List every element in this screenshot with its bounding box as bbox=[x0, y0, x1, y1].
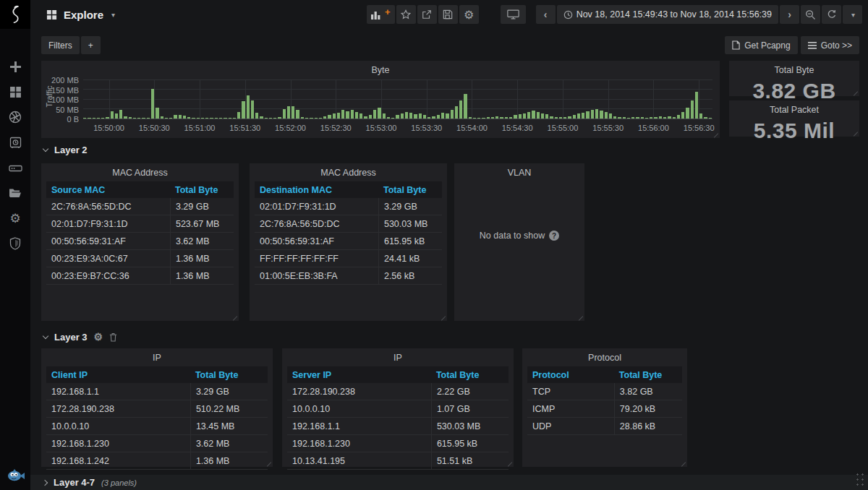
col-source-mac[interactable]: Source MAC bbox=[46, 185, 170, 195]
chart-bar[interactable] bbox=[111, 111, 114, 119]
chart-bar[interactable] bbox=[663, 117, 666, 119]
app-logo[interactable] bbox=[0, 0, 30, 29]
table-cell-link[interactable]: 192.168.1.1 bbox=[287, 421, 431, 431]
chart-bar[interactable] bbox=[224, 118, 226, 119]
chart-bar[interactable] bbox=[623, 117, 626, 119]
chart-bar[interactable] bbox=[673, 117, 676, 119]
dest-mac-panel[interactable]: MAC Address Destination MAC Total Byte 0… bbox=[250, 163, 447, 321]
chart-bar[interactable] bbox=[409, 113, 412, 119]
refresh-button[interactable] bbox=[822, 5, 841, 24]
chart-bar[interactable] bbox=[627, 118, 630, 119]
chart-bar[interactable] bbox=[541, 113, 544, 119]
chart-bar[interactable] bbox=[242, 101, 244, 119]
chart-bar[interactable] bbox=[419, 113, 422, 119]
chart-bar[interactable] bbox=[681, 112, 684, 119]
total-packet-panel[interactable]: Total Packet 5.35 Mil bbox=[729, 100, 859, 137]
chart-bar[interactable] bbox=[278, 117, 281, 119]
chart-bar[interactable] bbox=[464, 94, 467, 119]
row-delete-icon[interactable] bbox=[109, 332, 117, 342]
chart-bar[interactable] bbox=[247, 95, 250, 119]
settings-button[interactable]: ⚙ bbox=[459, 5, 479, 24]
chart-bar[interactable] bbox=[437, 115, 440, 119]
col-client-ip[interactable]: Client IP bbox=[46, 370, 190, 380]
chart-bar[interactable] bbox=[695, 92, 698, 119]
folder-icon[interactable] bbox=[8, 186, 22, 200]
chart-bar[interactable] bbox=[523, 113, 526, 119]
chart-bar[interactable] bbox=[369, 115, 372, 119]
chart-bar[interactable] bbox=[355, 112, 358, 119]
help-icon[interactable]: ? bbox=[549, 231, 559, 241]
chart-bar[interactable] bbox=[519, 114, 522, 119]
chart-bar[interactable] bbox=[487, 117, 490, 119]
chart-bar[interactable] bbox=[469, 117, 472, 119]
chart-bar[interactable] bbox=[609, 113, 612, 119]
chart-bar[interactable] bbox=[459, 100, 462, 119]
chart-bar[interactable] bbox=[568, 116, 571, 119]
chart-bar[interactable] bbox=[319, 118, 322, 119]
chart-bar[interactable] bbox=[586, 111, 589, 119]
chart-bar[interactable] bbox=[532, 111, 535, 119]
chart-bar[interactable] bbox=[704, 117, 707, 119]
chart-bar[interactable] bbox=[147, 118, 150, 119]
chart-bar[interactable] bbox=[197, 118, 200, 119]
chart-bar[interactable] bbox=[563, 117, 566, 119]
chart-bar[interactable] bbox=[215, 118, 218, 119]
chart-bar[interactable] bbox=[545, 114, 548, 119]
chart-bar[interactable] bbox=[115, 113, 118, 119]
chart-bar[interactable] bbox=[595, 109, 598, 119]
chart-bar[interactable] bbox=[301, 117, 304, 119]
chart-bar[interactable] bbox=[591, 110, 594, 119]
chart-bar[interactable] bbox=[187, 117, 190, 119]
chart-bar[interactable] bbox=[179, 115, 182, 119]
chart-bar[interactable] bbox=[151, 89, 154, 119]
get-pcapng-button[interactable]: Get Pcapng bbox=[725, 36, 797, 54]
chart-bar[interactable] bbox=[477, 118, 480, 119]
chart-bar[interactable] bbox=[527, 112, 530, 119]
total-byte-panel[interactable]: Total Byte 3.82 GB bbox=[729, 61, 859, 96]
chart-bar[interactable] bbox=[550, 116, 553, 119]
chart-bar[interactable] bbox=[446, 113, 448, 119]
chart-bar[interactable] bbox=[559, 117, 562, 119]
chart-bar[interactable] bbox=[423, 115, 426, 119]
chart-bar[interactable] bbox=[405, 112, 408, 119]
total-byte-title[interactable]: Total Byte bbox=[729, 61, 859, 79]
chart-bar[interactable] bbox=[251, 100, 254, 119]
chart-bar[interactable] bbox=[169, 118, 172, 119]
chart-bar[interactable] bbox=[677, 115, 680, 119]
table-cell-link[interactable]: 00:50:56:59:31:AF bbox=[255, 236, 378, 246]
dashboard-picker-icon[interactable] bbox=[46, 9, 57, 20]
create-icon[interactable] bbox=[8, 59, 22, 74]
chart-bar[interactable] bbox=[441, 113, 444, 119]
layer47-row-toggle[interactable]: Layer 4-7 (3 panels) bbox=[30, 475, 868, 490]
table-cell-link[interactable]: ICMP bbox=[527, 404, 614, 414]
chart-bar[interactable] bbox=[192, 118, 195, 119]
chart-bar[interactable] bbox=[650, 117, 652, 119]
table-cell-link[interactable]: 10.13.41.195 bbox=[287, 456, 431, 466]
chart-bar[interactable] bbox=[473, 118, 476, 119]
chart-bar[interactable] bbox=[645, 118, 648, 119]
chart-bar[interactable] bbox=[229, 118, 231, 119]
time-back-button[interactable]: ‹ bbox=[536, 5, 556, 24]
chart-bar[interactable] bbox=[183, 116, 186, 119]
chart-bar[interactable] bbox=[101, 118, 104, 119]
chart-bar[interactable] bbox=[106, 117, 109, 119]
share-button[interactable] bbox=[417, 5, 437, 24]
chart-bar[interactable] bbox=[509, 117, 512, 119]
refresh-interval-caret[interactable]: ▾ bbox=[843, 5, 862, 24]
chart-bar[interactable] bbox=[573, 115, 576, 119]
source-mac-panel[interactable]: MAC Address Source MAC Total Byte 2C:76:… bbox=[41, 163, 239, 321]
chart-bar[interactable] bbox=[205, 118, 208, 119]
chart-bar[interactable] bbox=[269, 118, 272, 119]
chart-bar[interactable] bbox=[373, 110, 376, 119]
chart-bar[interactable] bbox=[210, 118, 213, 119]
chart-bar[interactable] bbox=[323, 116, 326, 119]
col-total-byte[interactable]: Total Byte bbox=[614, 370, 682, 380]
table-cell-link[interactable]: 192.168.1.1 bbox=[46, 387, 190, 397]
chart-bar[interactable] bbox=[129, 117, 132, 119]
filters-button[interactable]: Filters bbox=[41, 36, 80, 54]
total-packet-title[interactable]: Total Packet bbox=[729, 100, 859, 119]
chart-bar[interactable] bbox=[401, 113, 404, 119]
vlan-panel[interactable]: VLAN No data to show ? bbox=[454, 163, 584, 321]
chart-bar[interactable] bbox=[315, 118, 318, 119]
chart-bar[interactable] bbox=[482, 118, 485, 119]
